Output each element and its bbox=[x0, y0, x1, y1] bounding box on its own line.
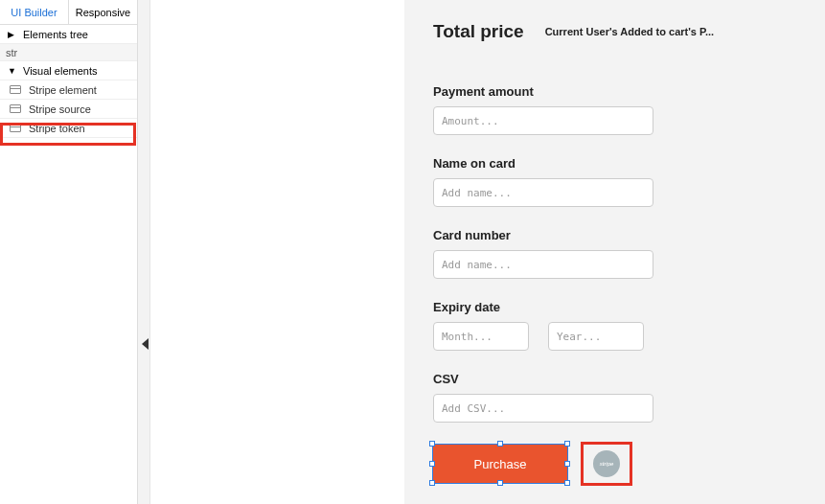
sidebar-tabs: UI Builder Responsive bbox=[0, 0, 137, 25]
expiry-year-input[interactable] bbox=[548, 322, 644, 351]
field-name-on-card: Name on card bbox=[433, 156, 797, 207]
canvas-gutter bbox=[138, 0, 150, 504]
sidebar-item-label: Stripe source bbox=[29, 103, 91, 115]
chevron-down-icon: ▼ bbox=[8, 66, 17, 76]
tab-responsive[interactable]: Responsive bbox=[69, 0, 137, 24]
stripe-icon: stripe bbox=[593, 450, 620, 477]
sidebar: UI Builder Responsive ▶ Elements tree st… bbox=[0, 0, 138, 504]
sidebar-item-stripe-element[interactable]: Stripe element bbox=[0, 80, 137, 100]
card-icon bbox=[10, 104, 21, 113]
field-csv: CSV bbox=[433, 372, 797, 423]
sidebar-item-label: Stripe element bbox=[29, 84, 97, 96]
payment-amount-input[interactable] bbox=[433, 106, 653, 135]
stripe-token-element[interactable]: stripe bbox=[583, 444, 630, 484]
name-on-card-input[interactable] bbox=[433, 178, 653, 207]
card-icon bbox=[10, 85, 21, 94]
field-payment-amount: Payment amount bbox=[433, 84, 797, 135]
selection-handle[interactable] bbox=[429, 441, 435, 447]
visual-elements-header[interactable]: ▼ Visual elements bbox=[0, 61, 137, 80]
expiry-row bbox=[433, 322, 797, 351]
elements-tree-header[interactable]: ▶ Elements tree bbox=[0, 25, 137, 44]
purchase-button[interactable]: Purchase bbox=[433, 445, 567, 483]
purchase-label: Purchase bbox=[474, 457, 527, 471]
selection-handle[interactable] bbox=[564, 480, 570, 486]
checkout-form: Total price Current User's Added to cart… bbox=[433, 21, 797, 484]
collapse-panel-icon[interactable] bbox=[142, 338, 149, 350]
elements-search-input[interactable]: str bbox=[0, 44, 137, 61]
editor-canvas: Total price Current User's Added to cart… bbox=[150, 0, 825, 504]
selection-handle[interactable] bbox=[429, 461, 435, 467]
expiry-label: Expiry date bbox=[433, 300, 797, 314]
card-number-input[interactable] bbox=[433, 250, 653, 279]
page-title: Total price bbox=[433, 21, 524, 42]
payment-amount-label: Payment amount bbox=[433, 84, 797, 99]
selection-handle[interactable] bbox=[564, 461, 570, 467]
sidebar-item-label: Stripe token bbox=[29, 123, 85, 134]
sidebar-item-stripe-source[interactable]: Stripe source bbox=[0, 100, 137, 119]
expiry-month-input[interactable] bbox=[433, 322, 529, 351]
name-on-card-label: Name on card bbox=[433, 156, 797, 171]
field-card-number: Card number bbox=[433, 228, 797, 279]
selection-handle[interactable] bbox=[497, 441, 503, 447]
selection-handle[interactable] bbox=[564, 441, 570, 447]
card-number-label: Card number bbox=[433, 228, 797, 242]
csv-input[interactable] bbox=[433, 394, 653, 423]
elements-tree-label: Elements tree bbox=[23, 29, 88, 40]
stripe-badge-text: stripe bbox=[600, 461, 614, 467]
tab-ui-builder[interactable]: UI Builder bbox=[0, 0, 69, 24]
title-row: Total price Current User's Added to cart… bbox=[433, 21, 797, 42]
field-expiry: Expiry date bbox=[433, 300, 797, 351]
action-row: Purchase stripe bbox=[433, 444, 797, 484]
sidebar-item-stripe-token[interactable]: Stripe token bbox=[0, 119, 137, 138]
selection-handle[interactable] bbox=[497, 480, 503, 486]
chevron-right-icon: ▶ bbox=[8, 30, 17, 39]
purchase-button-wrap: Purchase bbox=[433, 445, 567, 483]
search-value: str bbox=[6, 47, 17, 58]
card-icon bbox=[10, 124, 21, 132]
csv-label: CSV bbox=[433, 372, 797, 386]
visual-elements-label: Visual elements bbox=[23, 65, 97, 77]
price-expression: Current User's Added to cart's P... bbox=[545, 26, 714, 37]
page-left-panel bbox=[150, 0, 404, 504]
selection-handle[interactable] bbox=[429, 480, 435, 486]
